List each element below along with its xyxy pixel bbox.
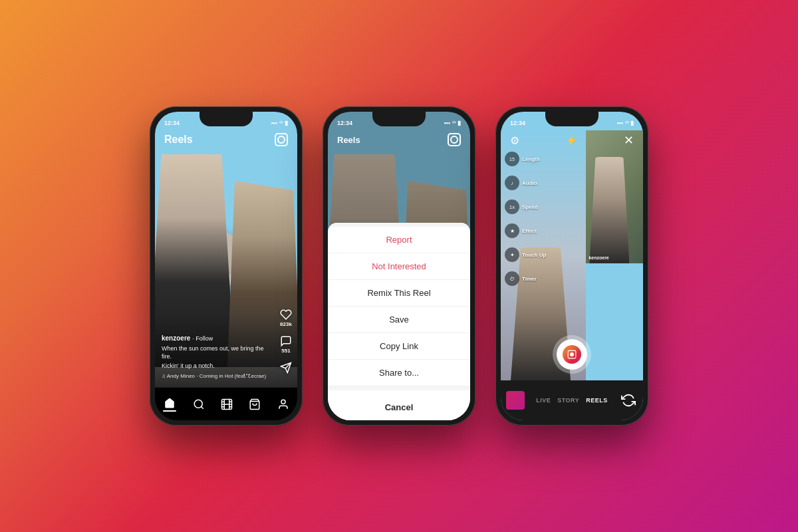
wifi-icon: ⌔ xyxy=(279,120,283,126)
wifi-icon-2: ⌔ xyxy=(452,120,456,126)
tool-touchup[interactable]: ✦ Touch Up xyxy=(505,247,546,262)
phone2-status-icons: ▪▪▪ ⌔ ▮ xyxy=(444,120,461,126)
tool-audio-label: Audio xyxy=(522,180,537,186)
comment-action[interactable]: 551 xyxy=(280,335,292,354)
phone2-notch xyxy=(372,112,426,126)
sheet-not-interested[interactable]: Not Interested xyxy=(328,253,470,280)
sheet-separator-2 xyxy=(328,386,470,390)
nav-shop[interactable] xyxy=(249,398,261,410)
phone3-status-icons: ▪▪▪ ⌔ ▮ xyxy=(616,120,634,126)
record-button[interactable] xyxy=(557,339,587,370)
phone3-tools: 15 Length ♪ Audio 1x Speed ★ Effect ✦ To… xyxy=(505,152,546,286)
tool-effect-icon: ★ xyxy=(505,223,519,238)
tool-effect-label: Effect xyxy=(522,228,537,234)
camera-icon[interactable] xyxy=(275,133,288,146)
nav-reels[interactable] xyxy=(221,398,233,410)
svg-point-2 xyxy=(194,400,202,408)
bottom-sheet: Report Not Interested Remix This Reel Sa… xyxy=(328,223,470,420)
sheet-save[interactable]: Save xyxy=(328,307,470,333)
reels-record-icon xyxy=(563,345,581,364)
phone1-title: Reels xyxy=(164,134,193,146)
svg-point-13 xyxy=(281,400,285,404)
phone-1: 12:34 ▪▪▪ ⌔ ▮ Reels xyxy=(150,106,303,426)
phone1-follow[interactable]: · Follow xyxy=(192,335,213,342)
tool-timer-label: Timer xyxy=(522,276,537,282)
battery-icon-3: ▮ xyxy=(630,120,634,126)
like-count: 823k xyxy=(280,321,292,327)
tool-speed[interactable]: 1x Speed xyxy=(505,200,546,214)
sheet-remix[interactable]: Remix This Reel xyxy=(328,280,470,307)
phone1-actions: 823k 551 xyxy=(280,309,292,374)
tool-audio-icon: ♪ xyxy=(505,176,519,190)
phone1-bottom-nav xyxy=(155,387,297,420)
tool-speed-label: Speed xyxy=(522,204,538,210)
mode-story[interactable]: STORY xyxy=(557,397,579,404)
phone3-bottom-nav: LIVE STORY REELS xyxy=(501,380,643,420)
phone3-preview-thumb: kenzoere xyxy=(586,130,643,263)
tool-length[interactable]: 15 Length xyxy=(505,152,546,166)
preview-username: kenzoere xyxy=(589,255,608,260)
svg-line-3 xyxy=(201,406,203,408)
tool-timer-icon: ⏱ xyxy=(505,271,519,286)
battery-icon: ▮ xyxy=(285,120,288,126)
signal-icon-3: ▪▪▪ xyxy=(616,120,623,126)
phone1-username: kenzoere xyxy=(162,334,190,342)
settings-icon[interactable]: ⚙ xyxy=(510,134,519,147)
like-action[interactable]: 823k xyxy=(280,309,292,327)
tool-effect[interactable]: ★ Effect xyxy=(505,223,546,238)
close-icon[interactable]: ✕ xyxy=(624,133,634,148)
mode-tabs: LIVE STORY REELS xyxy=(525,397,619,404)
phone1-time: 12:34 xyxy=(164,120,180,126)
tool-speed-icon: 1x xyxy=(505,200,519,214)
phone-2: 12:34 ▪▪▪ ⌔ ▮ Reels Report Not Intereste… xyxy=(323,106,475,426)
phone1-caption-line2: Kickin' it up a notch. xyxy=(162,362,267,370)
nav-home-indicator xyxy=(163,410,176,412)
phone1-user-info: kenzoere · Follow When the sun comes out… xyxy=(162,334,267,379)
tool-length-icon: 15 xyxy=(505,152,519,166)
phone2-time: 12:34 xyxy=(337,120,352,126)
nav-search[interactable] xyxy=(193,398,205,410)
phone3-notch xyxy=(545,112,598,126)
tool-length-label: Length xyxy=(522,156,540,162)
preview-person xyxy=(589,157,629,263)
signal-icon-2: ▪▪▪ xyxy=(444,120,450,126)
flash-icon[interactable]: ⚡ xyxy=(566,135,577,146)
sheet-cancel[interactable]: Cancel xyxy=(328,394,470,420)
phone2-header: Reels xyxy=(328,130,470,149)
comment-count: 551 xyxy=(281,348,290,354)
phone1-header: Reels xyxy=(155,130,297,149)
phone1-status-icons: ▪▪▪ ⌔ ▮ xyxy=(271,120,288,126)
battery-icon-2: ▮ xyxy=(458,120,461,126)
phone1-music: ♫ Andy Mineo · Coming in Hot (feat. Lecr… xyxy=(162,373,267,379)
record-button-area xyxy=(553,335,591,374)
tool-timer[interactable]: ⏱ Timer xyxy=(505,271,546,286)
mode-live[interactable]: LIVE xyxy=(536,397,551,404)
record-outer xyxy=(553,335,591,374)
sheet-share-to[interactable]: Share to... xyxy=(328,360,470,386)
flip-camera-button[interactable] xyxy=(619,391,638,410)
phone3-time: 12:34 xyxy=(510,120,525,126)
phone-3: 12:34 ▪▪▪ ⌔ ▮ kenzoere ⚙ ⚡ ✕ xyxy=(495,106,648,426)
gallery-thumbnail[interactable] xyxy=(506,391,525,410)
sheet-copy-link[interactable]: Copy Link xyxy=(328,333,470,360)
sheet-report[interactable]: Report xyxy=(328,227,470,253)
svg-point-15 xyxy=(570,352,574,356)
mode-reels[interactable]: REELS xyxy=(586,397,608,404)
nav-profile[interactable] xyxy=(277,398,289,410)
wifi-icon-3: ⌔ xyxy=(625,120,628,126)
tool-audio[interactable]: ♪ Audio xyxy=(505,176,546,190)
nav-home[interactable] xyxy=(163,397,176,412)
phone1-notch xyxy=(200,112,253,126)
signal-icon: ▪▪▪ xyxy=(271,120,277,126)
tool-touchup-label: Touch Up xyxy=(522,252,546,258)
phone2-title: Reels xyxy=(337,135,360,145)
phone3-header: ⚙ ⚡ ✕ xyxy=(501,130,643,150)
phone1-caption-line1: When the sun comes out, we bring the fir… xyxy=(162,345,267,360)
phone2-camera-icon[interactable] xyxy=(448,133,461,146)
share-action[interactable] xyxy=(280,362,292,374)
tool-touchup-icon: ✦ xyxy=(505,247,519,262)
more-options-dots[interactable]: ··· xyxy=(243,368,251,379)
